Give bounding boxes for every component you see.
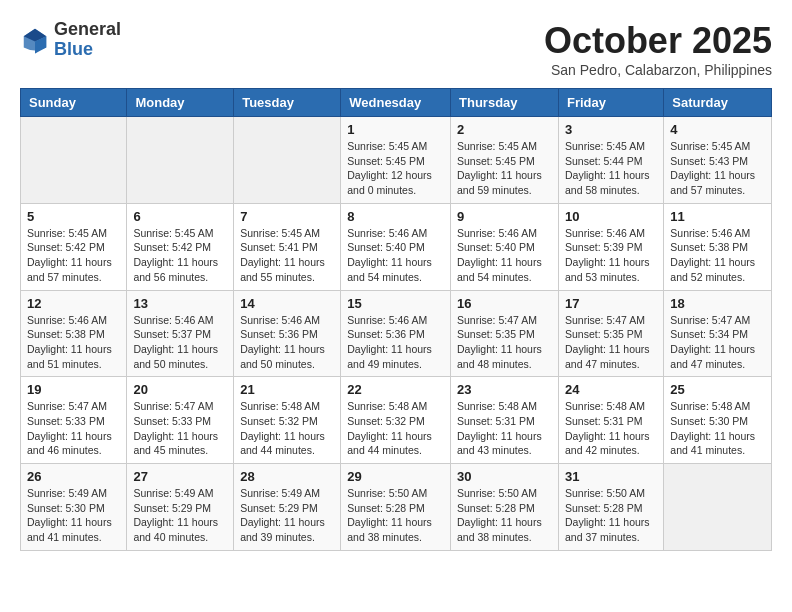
calendar-cell: 6Sunrise: 5:45 AM Sunset: 5:42 PM Daylig… bbox=[127, 203, 234, 290]
day-number: 19 bbox=[27, 382, 120, 397]
day-info: Sunrise: 5:46 AM Sunset: 5:40 PM Dayligh… bbox=[347, 226, 444, 285]
day-number: 9 bbox=[457, 209, 552, 224]
day-number: 12 bbox=[27, 296, 120, 311]
title-section: October 2025 San Pedro, Calabarzon, Phil… bbox=[544, 20, 772, 78]
day-number: 25 bbox=[670, 382, 765, 397]
calendar-cell: 29Sunrise: 5:50 AM Sunset: 5:28 PM Dayli… bbox=[341, 464, 451, 551]
calendar-cell: 9Sunrise: 5:46 AM Sunset: 5:40 PM Daylig… bbox=[451, 203, 559, 290]
calendar-cell: 4Sunrise: 5:45 AM Sunset: 5:43 PM Daylig… bbox=[664, 117, 772, 204]
day-number: 17 bbox=[565, 296, 657, 311]
day-info: Sunrise: 5:47 AM Sunset: 5:33 PM Dayligh… bbox=[133, 399, 227, 458]
calendar-cell: 31Sunrise: 5:50 AM Sunset: 5:28 PM Dayli… bbox=[558, 464, 663, 551]
logo-text: General Blue bbox=[54, 20, 121, 60]
day-number: 28 bbox=[240, 469, 334, 484]
header-thursday: Thursday bbox=[451, 89, 559, 117]
calendar-cell bbox=[234, 117, 341, 204]
day-info: Sunrise: 5:45 AM Sunset: 5:44 PM Dayligh… bbox=[565, 139, 657, 198]
day-number: 1 bbox=[347, 122, 444, 137]
calendar-cell: 17Sunrise: 5:47 AM Sunset: 5:35 PM Dayli… bbox=[558, 290, 663, 377]
calendar-cell bbox=[21, 117, 127, 204]
day-info: Sunrise: 5:46 AM Sunset: 5:39 PM Dayligh… bbox=[565, 226, 657, 285]
calendar-cell: 18Sunrise: 5:47 AM Sunset: 5:34 PM Dayli… bbox=[664, 290, 772, 377]
day-info: Sunrise: 5:48 AM Sunset: 5:31 PM Dayligh… bbox=[457, 399, 552, 458]
day-info: Sunrise: 5:46 AM Sunset: 5:40 PM Dayligh… bbox=[457, 226, 552, 285]
calendar-cell: 3Sunrise: 5:45 AM Sunset: 5:44 PM Daylig… bbox=[558, 117, 663, 204]
day-number: 4 bbox=[670, 122, 765, 137]
header-tuesday: Tuesday bbox=[234, 89, 341, 117]
header-sunday: Sunday bbox=[21, 89, 127, 117]
day-number: 30 bbox=[457, 469, 552, 484]
day-info: Sunrise: 5:47 AM Sunset: 5:35 PM Dayligh… bbox=[457, 313, 552, 372]
calendar-cell: 23Sunrise: 5:48 AM Sunset: 5:31 PM Dayli… bbox=[451, 377, 559, 464]
header-friday: Friday bbox=[558, 89, 663, 117]
calendar-cell: 30Sunrise: 5:50 AM Sunset: 5:28 PM Dayli… bbox=[451, 464, 559, 551]
day-info: Sunrise: 5:50 AM Sunset: 5:28 PM Dayligh… bbox=[565, 486, 657, 545]
day-info: Sunrise: 5:46 AM Sunset: 5:38 PM Dayligh… bbox=[670, 226, 765, 285]
day-number: 3 bbox=[565, 122, 657, 137]
calendar-cell: 20Sunrise: 5:47 AM Sunset: 5:33 PM Dayli… bbox=[127, 377, 234, 464]
day-info: Sunrise: 5:48 AM Sunset: 5:32 PM Dayligh… bbox=[240, 399, 334, 458]
day-number: 7 bbox=[240, 209, 334, 224]
header-monday: Monday bbox=[127, 89, 234, 117]
day-info: Sunrise: 5:47 AM Sunset: 5:34 PM Dayligh… bbox=[670, 313, 765, 372]
day-info: Sunrise: 5:45 AM Sunset: 5:42 PM Dayligh… bbox=[27, 226, 120, 285]
day-info: Sunrise: 5:48 AM Sunset: 5:30 PM Dayligh… bbox=[670, 399, 765, 458]
page-header: General Blue October 2025 San Pedro, Cal… bbox=[20, 20, 772, 78]
day-info: Sunrise: 5:47 AM Sunset: 5:33 PM Dayligh… bbox=[27, 399, 120, 458]
calendar-header-row: SundayMondayTuesdayWednesdayThursdayFrid… bbox=[21, 89, 772, 117]
day-number: 27 bbox=[133, 469, 227, 484]
calendar-cell: 7Sunrise: 5:45 AM Sunset: 5:41 PM Daylig… bbox=[234, 203, 341, 290]
calendar-week-4: 19Sunrise: 5:47 AM Sunset: 5:33 PM Dayli… bbox=[21, 377, 772, 464]
location-subtitle: San Pedro, Calabarzon, Philippines bbox=[544, 62, 772, 78]
calendar-cell: 25Sunrise: 5:48 AM Sunset: 5:30 PM Dayli… bbox=[664, 377, 772, 464]
day-info: Sunrise: 5:46 AM Sunset: 5:36 PM Dayligh… bbox=[347, 313, 444, 372]
day-info: Sunrise: 5:45 AM Sunset: 5:43 PM Dayligh… bbox=[670, 139, 765, 198]
day-number: 18 bbox=[670, 296, 765, 311]
calendar-cell: 27Sunrise: 5:49 AM Sunset: 5:29 PM Dayli… bbox=[127, 464, 234, 551]
day-info: Sunrise: 5:46 AM Sunset: 5:37 PM Dayligh… bbox=[133, 313, 227, 372]
calendar-table: SundayMondayTuesdayWednesdayThursdayFrid… bbox=[20, 88, 772, 551]
day-number: 10 bbox=[565, 209, 657, 224]
calendar-cell: 28Sunrise: 5:49 AM Sunset: 5:29 PM Dayli… bbox=[234, 464, 341, 551]
day-info: Sunrise: 5:49 AM Sunset: 5:30 PM Dayligh… bbox=[27, 486, 120, 545]
day-info: Sunrise: 5:49 AM Sunset: 5:29 PM Dayligh… bbox=[133, 486, 227, 545]
logo-icon bbox=[20, 25, 50, 55]
day-number: 13 bbox=[133, 296, 227, 311]
calendar-cell: 12Sunrise: 5:46 AM Sunset: 5:38 PM Dayli… bbox=[21, 290, 127, 377]
day-info: Sunrise: 5:46 AM Sunset: 5:38 PM Dayligh… bbox=[27, 313, 120, 372]
calendar-cell: 5Sunrise: 5:45 AM Sunset: 5:42 PM Daylig… bbox=[21, 203, 127, 290]
day-number: 26 bbox=[27, 469, 120, 484]
month-title: October 2025 bbox=[544, 20, 772, 62]
day-info: Sunrise: 5:50 AM Sunset: 5:28 PM Dayligh… bbox=[347, 486, 444, 545]
day-number: 21 bbox=[240, 382, 334, 397]
day-info: Sunrise: 5:45 AM Sunset: 5:41 PM Dayligh… bbox=[240, 226, 334, 285]
day-number: 8 bbox=[347, 209, 444, 224]
day-number: 11 bbox=[670, 209, 765, 224]
calendar-cell: 10Sunrise: 5:46 AM Sunset: 5:39 PM Dayli… bbox=[558, 203, 663, 290]
calendar-cell: 21Sunrise: 5:48 AM Sunset: 5:32 PM Dayli… bbox=[234, 377, 341, 464]
day-info: Sunrise: 5:45 AM Sunset: 5:45 PM Dayligh… bbox=[457, 139, 552, 198]
day-number: 14 bbox=[240, 296, 334, 311]
calendar-cell: 14Sunrise: 5:46 AM Sunset: 5:36 PM Dayli… bbox=[234, 290, 341, 377]
calendar-week-1: 1Sunrise: 5:45 AM Sunset: 5:45 PM Daylig… bbox=[21, 117, 772, 204]
calendar-cell: 24Sunrise: 5:48 AM Sunset: 5:31 PM Dayli… bbox=[558, 377, 663, 464]
day-info: Sunrise: 5:45 AM Sunset: 5:42 PM Dayligh… bbox=[133, 226, 227, 285]
day-number: 22 bbox=[347, 382, 444, 397]
calendar-cell: 2Sunrise: 5:45 AM Sunset: 5:45 PM Daylig… bbox=[451, 117, 559, 204]
day-number: 5 bbox=[27, 209, 120, 224]
day-number: 16 bbox=[457, 296, 552, 311]
day-number: 24 bbox=[565, 382, 657, 397]
calendar-cell: 8Sunrise: 5:46 AM Sunset: 5:40 PM Daylig… bbox=[341, 203, 451, 290]
calendar-cell: 26Sunrise: 5:49 AM Sunset: 5:30 PM Dayli… bbox=[21, 464, 127, 551]
day-info: Sunrise: 5:50 AM Sunset: 5:28 PM Dayligh… bbox=[457, 486, 552, 545]
calendar-cell: 13Sunrise: 5:46 AM Sunset: 5:37 PM Dayli… bbox=[127, 290, 234, 377]
day-number: 15 bbox=[347, 296, 444, 311]
calendar-cell: 22Sunrise: 5:48 AM Sunset: 5:32 PM Dayli… bbox=[341, 377, 451, 464]
calendar-cell: 15Sunrise: 5:46 AM Sunset: 5:36 PM Dayli… bbox=[341, 290, 451, 377]
day-info: Sunrise: 5:46 AM Sunset: 5:36 PM Dayligh… bbox=[240, 313, 334, 372]
day-number: 23 bbox=[457, 382, 552, 397]
calendar-cell: 16Sunrise: 5:47 AM Sunset: 5:35 PM Dayli… bbox=[451, 290, 559, 377]
calendar-week-5: 26Sunrise: 5:49 AM Sunset: 5:30 PM Dayli… bbox=[21, 464, 772, 551]
logo-general: General bbox=[54, 20, 121, 40]
day-info: Sunrise: 5:48 AM Sunset: 5:32 PM Dayligh… bbox=[347, 399, 444, 458]
